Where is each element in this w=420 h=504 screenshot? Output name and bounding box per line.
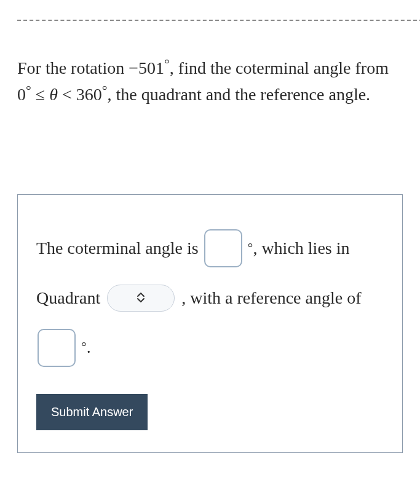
a-period: . <box>87 338 91 357</box>
quadrant-select[interactable] <box>107 285 175 312</box>
q-range-low-deg: ° <box>26 82 31 98</box>
coterminal-angle-input[interactable] <box>204 229 242 267</box>
q-range-high: 360 <box>76 85 102 104</box>
question-text: For the rotation −501°, find the cotermi… <box>17 55 403 108</box>
q-rotation-deg: ° <box>164 56 170 71</box>
answer-text: The coterminal angle is °, which lies in… <box>36 223 384 372</box>
reference-angle-input[interactable] <box>38 329 76 367</box>
q-range-low: 0 <box>17 85 26 104</box>
q-rotation-value: −501 <box>129 58 164 77</box>
q-mid1: , find the coterminal angle from <box>170 58 389 77</box>
question-area: For the rotation −501°, find the cotermi… <box>0 21 420 127</box>
q-range-high-deg: ° <box>102 82 108 98</box>
a-part3: , with a reference angle of <box>181 288 361 307</box>
q-theta: θ <box>49 85 58 104</box>
q-lt: < <box>58 85 76 104</box>
a-deg1: ° <box>248 240 253 255</box>
a-deg2: ° <box>81 339 87 354</box>
submit-answer-button[interactable]: Submit Answer <box>36 394 148 430</box>
answer-box: The coterminal angle is °, which lies in… <box>17 194 403 453</box>
q-le: ≤ <box>31 85 49 104</box>
chevron-up-down-icon <box>136 291 146 305</box>
q-prefix: For the rotation <box>17 58 129 77</box>
q-mid2: , the quadrant and the reference angle. <box>108 85 371 104</box>
a-part1: The coterminal angle is <box>36 238 203 258</box>
